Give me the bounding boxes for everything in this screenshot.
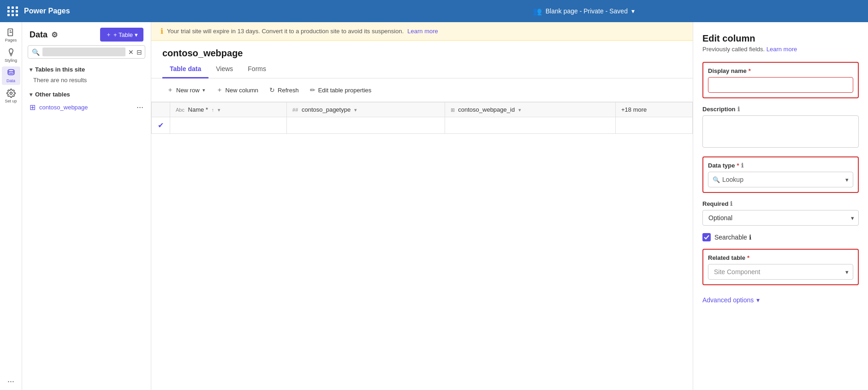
other-tables-label: Other tables	[35, 91, 70, 98]
tab-views[interactable]: Views	[208, 60, 240, 78]
warning-text: Your trial site will expire in 13 days. …	[167, 28, 404, 35]
new-row-button[interactable]: ＋ New row ▾	[162, 83, 210, 97]
col-check	[152, 102, 170, 117]
new-column-button[interactable]: ＋ New column	[212, 83, 263, 97]
row-id-cell	[445, 117, 615, 134]
main-layout: Pages Styling Data Set up ··· Data ⚙ ＋ +…	[0, 22, 868, 390]
chevron-down-icon: ▾	[135, 31, 138, 38]
topbar-center: 👥 Blank page - Private - Saved ▾	[307, 7, 861, 16]
info-icon[interactable]: ℹ	[749, 234, 751, 241]
sidebar-item-data[interactable]: Data	[2, 66, 20, 85]
data-table: Abc Name * ↑ ▾ ## contoso_pagetype ▾	[151, 102, 693, 134]
edit-column-panel: Edit column Previously called fields. Le…	[693, 22, 868, 390]
related-table-select[interactable]: Site Component	[708, 264, 853, 280]
chevron-down-icon: ▾	[202, 87, 205, 93]
searchable-label: Searchable ℹ	[714, 234, 751, 241]
description-group: Description ℹ	[702, 106, 859, 149]
col-pagetype[interactable]: ## contoso_pagetype ▾	[287, 102, 445, 117]
svg-point-6	[10, 92, 12, 95]
table-item-contoso[interactable]: ⊞ contoso_webpage ···	[26, 100, 147, 115]
sidebar-item-styling[interactable]: Styling	[2, 46, 20, 65]
display-name-group: Display name * contoso_webpage_id	[708, 67, 853, 93]
required-label: Required ℹ	[702, 200, 859, 207]
chevron-down-icon[interactable]: ▾	[354, 107, 357, 113]
data-label: Data	[6, 78, 15, 83]
tables-in-site-section[interactable]: ▾ Tables in this site	[26, 62, 147, 75]
sidebar-item-pages[interactable]: Pages	[2, 26, 20, 44]
chevron-down-icon[interactable]: ▾	[518, 107, 521, 113]
row-name-cell	[170, 117, 287, 134]
setup-label: Set up	[5, 99, 17, 103]
app-grid-icon[interactable]	[7, 6, 18, 16]
description-label: Description ℹ	[702, 106, 859, 113]
sidebar-header: Data ⚙ ＋ + Table ▾	[22, 22, 151, 45]
row-check-cell[interactable]: ✔	[152, 117, 170, 134]
chevron-down-icon: ▾	[756, 296, 760, 304]
table-name: contoso_webpage	[39, 104, 88, 111]
table-title: contoso_webpage	[151, 41, 693, 59]
required-select[interactable]: Optional	[702, 210, 859, 226]
info-icon[interactable]: ℹ	[737, 106, 740, 113]
table-toolbar: ＋ New row ▾ ＋ New column ↻ Refresh ✏ Edi…	[151, 78, 693, 102]
plus-icon: ＋	[216, 86, 223, 94]
related-table-group: Related table * Site Component ▾	[708, 254, 853, 280]
sidebar-item-setup[interactable]: Set up	[2, 87, 20, 105]
filter-icon[interactable]: ⊟	[137, 48, 142, 56]
pages-label: Pages	[5, 38, 17, 42]
search-input[interactable]	[42, 48, 125, 56]
plus-icon: ＋	[106, 30, 112, 39]
caret-icon: ▾	[30, 66, 32, 73]
panel-title: Edit column	[702, 33, 859, 44]
sidebar-search-bar: 🔍 ✕ ⊟	[28, 45, 145, 59]
info-icon[interactable]: ℹ	[730, 200, 732, 207]
num-col-icon: ##	[292, 107, 298, 113]
sort-asc-icon[interactable]: ↑	[212, 107, 214, 113]
chevron-down-icon[interactable]: ▾	[631, 7, 635, 15]
page-info: Blank page - Private - Saved	[546, 7, 628, 15]
warning-learn-more-link[interactable]: Learn more	[407, 28, 438, 35]
lookup-col-icon: ⊞	[451, 107, 455, 113]
app-title: Power Pages	[24, 7, 301, 15]
learn-more-link[interactable]: Learn more	[767, 46, 797, 53]
clear-search-icon[interactable]: ✕	[128, 48, 134, 56]
svg-point-5	[8, 70, 14, 72]
table-grid: Abc Name * ↑ ▾ ## contoso_pagetype ▾	[151, 102, 693, 390]
plus-icon: ＋	[167, 86, 173, 94]
add-table-button[interactable]: ＋ + Table ▾	[100, 28, 143, 42]
data-type-select[interactable]: Lookup	[708, 172, 853, 187]
search-icon: 🔍	[32, 48, 40, 56]
other-tables-section[interactable]: ▾ Other tables	[26, 87, 147, 100]
table-row[interactable]: ✔	[152, 117, 693, 134]
refresh-button[interactable]: ↻ Refresh	[265, 84, 303, 96]
gear-icon[interactable]: ⚙	[51, 30, 58, 39]
caret-icon: ▾	[30, 91, 32, 98]
advanced-options-label: Advanced options	[702, 296, 754, 304]
display-name-input[interactable]: contoso_webpage_id	[708, 77, 853, 93]
row-pagetype-cell	[287, 117, 445, 134]
required-asterisk: *	[737, 162, 739, 169]
data-type-select-wrapper: 🔍 Lookup ▾	[708, 172, 853, 187]
chevron-down-icon[interactable]: ▾	[218, 107, 220, 113]
required-group: Required ℹ Optional ▾	[702, 200, 859, 226]
row-extra-cell	[616, 117, 693, 134]
sidebar: Data ⚙ ＋ + Table ▾ 🔍 ✕ ⊟ ▾ Tables in thi…	[22, 22, 151, 390]
info-icon[interactable]: ℹ	[741, 162, 743, 169]
edit-table-properties-button[interactable]: ✏ Edit table properties	[305, 84, 376, 96]
required-select-wrapper: Optional ▾	[702, 210, 859, 226]
more-columns[interactable]: +18 more	[616, 102, 693, 117]
data-type-group: Data type * ℹ 🔍 Lookup ▾	[708, 162, 853, 187]
col-webpage-id[interactable]: ⊞ contoso_webpage_id ▾	[445, 102, 615, 117]
person-icon: 👥	[533, 7, 542, 16]
tab-table-data[interactable]: Table data	[162, 60, 208, 78]
tab-forms[interactable]: Forms	[240, 60, 273, 78]
description-input[interactable]	[702, 115, 859, 148]
table-more-button[interactable]: ···	[137, 102, 143, 112]
advanced-options[interactable]: Advanced options ▾	[702, 296, 859, 304]
no-results-text: There are no results	[26, 75, 147, 87]
table-area: contoso_webpage Table data Views Forms ＋…	[151, 41, 693, 390]
searchable-checkbox[interactable]	[702, 233, 711, 241]
warning-banner: ℹ Your trial site will expire in 13 days…	[151, 22, 693, 41]
col-name[interactable]: Abc Name * ↑ ▾	[170, 102, 287, 117]
more-nav-icon[interactable]: ···	[7, 377, 14, 386]
refresh-icon: ↻	[269, 86, 275, 94]
